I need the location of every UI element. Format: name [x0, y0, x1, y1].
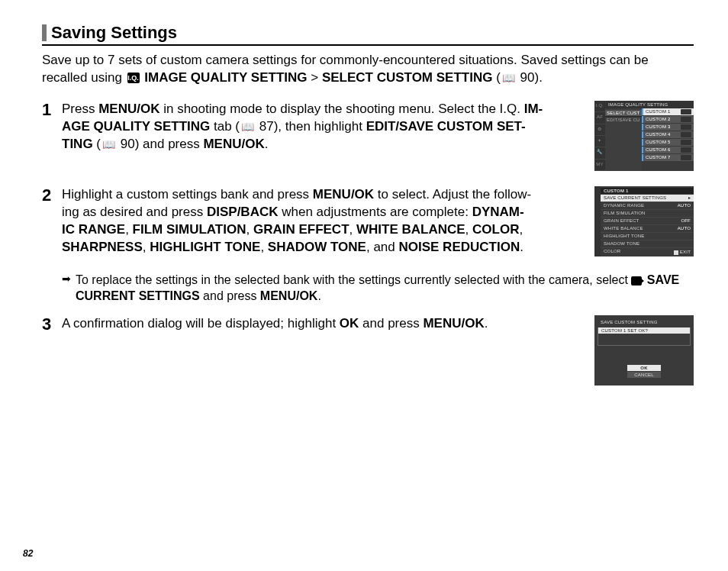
screen2-row: DYNAMIC RANGEAUTO	[601, 202, 694, 209]
select-custom-label: SELECT CUSTOM SETTING	[322, 70, 493, 85]
image-quality-icon: I.Q.	[500, 102, 520, 116]
screen1-sidebar: I.Q.AF⚙✦🔧MY	[594, 101, 605, 171]
page-ref-icon: 📖	[241, 121, 254, 133]
screen2-row: SHADOW TONE	[601, 240, 694, 247]
screen2-row: HIGHLIGHT TONE	[601, 232, 694, 240]
screen3-ok: OK	[627, 365, 661, 371]
screen3-question: CUSTOM 1 SET OK?	[598, 327, 690, 334]
step-1-screenshot: IMAGE QUALITY SETTING I.Q.AF⚙✦🔧MY SELECT…	[594, 101, 694, 171]
step-1-number: 1	[42, 101, 62, 119]
intro-close: ).	[535, 70, 543, 85]
screen1-row: CUSTOM 1	[642, 108, 694, 115]
step-2-text: Highlight a custom settings bank and pre…	[62, 186, 587, 256]
step-2-sub: ➡ To replace the settings in the selecte…	[62, 272, 694, 305]
step-1-text: Press MENU/OK in shooting mode to displa…	[62, 101, 587, 153]
screen1-row: CUSTOM 5	[642, 139, 694, 146]
bullet-arrow-icon: ➡	[62, 272, 76, 286]
screen2-row: WHITE BALANCEAUTO	[601, 224, 694, 232]
screen2-row: SAVE CURRENT SETTINGS▸	[601, 194, 694, 202]
step-2: 2 Highlight a custom settings bank and p…	[42, 186, 694, 256]
screen2-row: FILM SIMULATION	[601, 209, 694, 217]
screen1-row: CUSTOM 6	[642, 147, 694, 153]
save-icon	[631, 276, 642, 286]
heading-bar-icon	[42, 24, 47, 41]
screen1-row: CUSTOM 3	[642, 124, 694, 131]
screen2-title: CUSTOM 1	[601, 188, 694, 194]
step-1: 1 Press MENU/OK in shooting mode to disp…	[42, 101, 694, 171]
iq-label: IMAGE QUALITY SETTING	[144, 70, 307, 85]
intro-page-ref: 90	[520, 70, 535, 85]
screen3-cancel: CANCEL	[627, 372, 661, 378]
step-3-text: A confirmation dialog will be displayed;…	[62, 315, 587, 333]
intro-paragraph: Save up to 7 sets of custom camera setti…	[42, 52, 694, 87]
step-3: 3 A confirmation dialog will be displaye…	[42, 315, 694, 386]
step-2-number: 2	[42, 186, 62, 205]
screen1-row: CUSTOM 4	[642, 131, 694, 138]
screen1-row: CUSTOM 7	[642, 154, 694, 161]
screen2-rows: SAVE CURRENT SETTINGS▸DYNAMIC RANGEAUTOF…	[601, 194, 694, 255]
page-number: 82	[23, 548, 33, 559]
screen2-exit: EXIT	[674, 250, 691, 254]
step-3-number: 3	[42, 315, 62, 334]
intro-tail: (	[496, 70, 501, 85]
arrow-sep: >	[311, 70, 322, 85]
screen1-title: IMAGE QUALITY SETTING	[605, 101, 694, 108]
page-ref-icon: 📖	[502, 72, 515, 84]
step-3-screenshot: SAVE CUSTOM SETTING CUSTOM 1 SET OK? OK …	[594, 315, 694, 386]
step-2-screenshot: CUSTOM 1 SAVE CURRENT SETTINGS▸DYNAMIC R…	[594, 186, 694, 256]
screen1-custom-list: CUSTOM 1CUSTOM 2CUSTOM 3CUSTOM 4CUSTOM 5…	[642, 101, 694, 171]
section-heading: Saving Settings	[42, 23, 694, 46]
screen3-title: SAVE CUSTOM SETTING	[598, 318, 691, 326]
section-title-text: Saving Settings	[51, 23, 177, 43]
page-ref-icon: 📖	[102, 138, 115, 150]
screen2-row: GRAIN EFFECTOFF	[601, 217, 694, 224]
screen1-row: CUSTOM 2	[642, 116, 694, 123]
image-quality-icon: I.Q.	[127, 73, 140, 83]
screen1-left: SELECT CUST EDIT/SAVE CU	[605, 101, 642, 171]
